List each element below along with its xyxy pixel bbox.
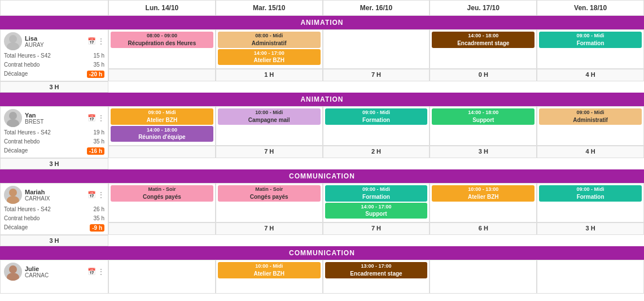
day-cell-1-0: 09:00 - Midi Atelier BZH 14:00 - 18:00 R… — [108, 106, 216, 146]
svg-point-3 — [7, 119, 19, 127]
svg-point-0 — [9, 35, 17, 43]
event-3-2-0: 13:00 - 17:00 Encadrement stage — [325, 262, 428, 278]
stats-label-decalage-0: Décalage — [4, 71, 28, 78]
day-cell-0-0: 08:00 - 09:00 Récupération des Heures — [108, 29, 216, 69]
event-0-1-1: 14:00 - 17:00 Atelier BZH — [218, 49, 321, 66]
hours-2-3: 3 H — [537, 223, 644, 235]
stats-label-decalage-1: Décalage — [4, 147, 28, 155]
stats-label-decalage-2: Décalage — [4, 224, 28, 232]
svg-point-2 — [9, 112, 17, 120]
stats-label-contrat-0: Contrat hebdo — [4, 62, 40, 68]
hours-1-3: 4 H — [537, 146, 644, 158]
event-2-2-1: 14:00 - 17:00 Support — [325, 203, 428, 219]
hours-2-2: 6 H — [430, 223, 537, 235]
section-header-animation1: ANIMATION — [0, 16, 644, 29]
svg-point-1 — [7, 42, 19, 50]
event-0-4-0: 09:00 - Midi Formation — [539, 32, 642, 48]
day-cell-3-0 — [108, 260, 216, 294]
day-cell-2-0: Matin - Soir Congés payés — [108, 183, 216, 223]
stats-decalage-0: Décalage -20 h — [4, 70, 104, 78]
event-2-4-0: 09:00 - Midi Formation — [539, 185, 642, 202]
event-2-1-0: Matin - Soir Congés payés — [218, 185, 321, 202]
person-info-1: Yan BREST — [25, 112, 85, 125]
stats-value-total-0: 15 h — [94, 53, 104, 59]
stats-total-1: Total Heures - S42 19 h — [4, 129, 104, 136]
header-day-2: Mer. 16/10 — [323, 0, 430, 16]
stats-contrat-2: Contrat hebdo 35 h — [4, 215, 104, 222]
calendar-icon-0[interactable]: 📅 — [87, 37, 96, 45]
person-row-3: Julie CARNAC 📅 ⋮ — [4, 263, 104, 281]
stats-value-contrat-0: 35 h — [94, 62, 104, 68]
stats-badge-2: -9 h — [90, 224, 104, 232]
stats-contrat-1: Contrat hebdo 35 h — [4, 138, 104, 145]
header-empty — [0, 0, 108, 16]
event-0-1-0: 08:00 - Midi Administratif — [218, 32, 321, 48]
hours-1-4: 3 H — [0, 158, 108, 169]
event-1-2-0: 09:00 - Midi Formation — [325, 108, 428, 125]
event-1-1-0: 10:00 - Midi Campagne mail — [218, 108, 321, 125]
person-surname-2: CARHAIX — [25, 195, 85, 202]
day-cell-1-2: 09:00 - Midi Formation — [323, 106, 430, 146]
day-cell-1-1: 10:00 - Midi Campagne mail — [216, 106, 323, 146]
stats-label-contrat-2: Contrat hebdo — [4, 215, 40, 221]
person-row-2: Mariah CARHAIX 📅 ⋮ — [4, 186, 104, 204]
svg-point-7 — [7, 273, 19, 281]
hours-1-0: 7 H — [216, 146, 323, 158]
hours-left-2 — [108, 223, 216, 235]
stats-badge-0: -20 h — [87, 71, 104, 78]
event-3-1-0: 10:00 - Midi Atelier BZH — [218, 262, 321, 278]
hours-1-2: 3 H — [430, 146, 537, 158]
svg-point-6 — [9, 265, 17, 273]
calendar-icon-3[interactable]: 📅 — [87, 268, 96, 276]
header-day-0: Lun. 14/10 — [108, 0, 216, 16]
day-cell-1-3: 14:00 - 18:00 Support — [430, 106, 537, 146]
day-cell-2-3: 10:00 - 13:00 Atelier BZH — [430, 183, 537, 223]
hours-left-0 — [108, 69, 216, 81]
day-cell-1-4: 09:00 - Midi Administratif — [537, 106, 644, 146]
event-0-3-0: 14:00 - 18:00 Encadrement stage — [432, 32, 535, 48]
hours-2-0: 7 H — [216, 223, 323, 235]
stats-value-total-2: 26 h — [94, 206, 104, 212]
stats-value-contrat-1: 35 h — [94, 138, 104, 145]
stats-label-total-2: Total Heures - S42 — [4, 206, 51, 212]
calendar-icon-1[interactable]: 📅 — [87, 114, 96, 122]
calendar-icon-2[interactable]: 📅 — [87, 191, 96, 199]
stats-value-contrat-2: 35 h — [94, 215, 104, 221]
person-surname-3: CARNAC — [25, 272, 85, 278]
hours-1-1: 2 H — [323, 146, 430, 158]
header-day-1: Mar. 15/10 — [216, 0, 323, 16]
section-header-animation2: ANIMATION — [0, 93, 644, 106]
day-cell-2-1: Matin - Soir Congés payés — [216, 183, 323, 223]
more-icon-3[interactable]: ⋮ — [98, 268, 104, 276]
hours-2-4: 3 H — [0, 235, 108, 246]
stats-value-total-1: 19 h — [94, 129, 104, 136]
hours-0-4: 3 H — [0, 81, 108, 93]
event-0-0-0: 08:00 - 09:00 Récupération des Heures — [111, 32, 213, 48]
person-panel-3: Julie CARNAC 📅 ⋮ — [0, 260, 108, 294]
hours-left-1 — [108, 146, 216, 158]
event-1-0-1: 14:00 - 18:00 Réunion d'équipe — [111, 126, 213, 142]
person-icons-2: 📅 ⋮ — [87, 191, 104, 199]
person-info-0: Lisa AURAY — [25, 35, 85, 48]
event-1-3-0: 14:00 - 18:00 Support — [432, 108, 535, 125]
person-panel-0: Lisa AURAY 📅 ⋮ Total Heures - S42 15 h C… — [0, 29, 108, 81]
person-row-0: Lisa AURAY 📅 ⋮ — [4, 32, 104, 50]
stats-badge-1: -16 h — [87, 147, 104, 155]
stats-label-contrat-1: Contrat hebdo — [4, 138, 40, 145]
stats-total-0: Total Heures - S42 15 h — [4, 52, 104, 59]
hours-0-0: 1 H — [216, 69, 323, 81]
person-icons-3: 📅 ⋮ — [87, 268, 104, 276]
schedule-container: Lun. 14/10 Mar. 15/10 Mer. 16/10 Jeu. 17… — [0, 0, 644, 294]
day-cell-0-4: 09:00 - Midi Formation — [537, 29, 644, 69]
more-icon-1[interactable]: ⋮ — [98, 114, 104, 122]
more-icon-0[interactable]: ⋮ — [98, 37, 104, 45]
more-icon-2[interactable]: ⋮ — [98, 191, 104, 199]
day-cell-3-3 — [430, 260, 537, 294]
person-row-1: Yan BREST 📅 ⋮ — [4, 109, 104, 127]
day-cell-3-2: 13:00 - 17:00 Encadrement stage — [323, 260, 430, 294]
stats-contrat-0: Contrat hebdo 35 h — [4, 61, 104, 68]
person-icons-0: 📅 ⋮ — [87, 37, 104, 45]
avatar-2 — [4, 186, 22, 204]
day-cell-3-1: 10:00 - Midi Atelier BZH — [216, 260, 323, 294]
stats-label-total-1: Total Heures - S42 — [4, 129, 51, 136]
